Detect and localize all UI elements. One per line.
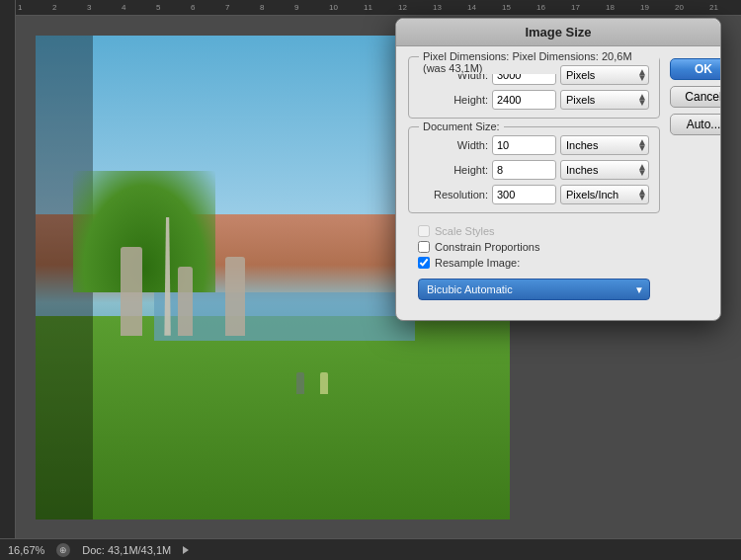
doc-width-input[interactable]: [492, 135, 556, 155]
resample-image-checkbox[interactable]: [418, 257, 430, 269]
doc-width-label: Width:: [419, 139, 488, 151]
ruler-num-20: 20: [673, 3, 707, 12]
resample-image-label: Resample Image:: [435, 257, 520, 269]
doc-height-unit-select[interactable]: Inches Pixels Centimeters Millimeters Po…: [560, 160, 649, 180]
doc-width-unit-wrapper: Inches Pixels Centimeters Millimeters Po…: [560, 135, 649, 155]
doc-width-row: Width: Inches Pixels Centimeters Millime…: [419, 135, 649, 155]
status-icon[interactable]: ⊕: [56, 543, 70, 557]
resolution-input[interactable]: [492, 185, 556, 204]
ruler-num-14: 14: [465, 3, 500, 12]
pixel-height-row: Height: Pixels Percent ▲▼: [419, 90, 649, 110]
resample-section: Bicubic Automatic Preserve Details Bicub…: [408, 277, 660, 306]
statue-1: [121, 247, 142, 336]
scene-water: [154, 292, 415, 341]
scale-styles-label: Scale Styles: [435, 225, 495, 237]
scene-grass: [36, 316, 510, 520]
zoom-level: 16,67%: [8, 544, 44, 556]
pixel-height-label: Height:: [419, 94, 488, 106]
resolution-unit-select[interactable]: Pixels/Inch Pixels/Centimeter: [560, 185, 649, 204]
scale-styles-row: Scale Styles: [418, 225, 650, 237]
ruler-num-2: 2: [50, 3, 85, 12]
resolution-unit-wrapper: Pixels/Inch Pixels/Centimeter ▲▼: [560, 185, 649, 204]
pixel-height-input[interactable]: [492, 90, 556, 110]
statue-2: [178, 267, 193, 336]
ruler-num-16: 16: [535, 3, 569, 12]
image-size-dialog: Image Size Pixel Dimensions: Pixel Dimen…: [395, 18, 721, 321]
pixel-height-unit-wrapper: Pixels Percent ▲▼: [560, 90, 649, 110]
pixel-width-unit-wrapper: Pixels Percent ▲▼: [560, 65, 649, 85]
dialog-titlebar: Image Size: [396, 19, 720, 46]
doc-height-row: Height: Inches Pixels Centimeters Millim…: [419, 160, 649, 180]
ruler-num-5: 5: [154, 3, 189, 12]
ruler-num-21: 21: [707, 3, 741, 12]
document-size-section: Document Size: Width: Inches Pixels Cent…: [408, 126, 660, 213]
status-bar: 16,67% ⊕ Doc: 43,1M/43,1M: [0, 538, 741, 560]
ruler-num-12: 12: [396, 3, 431, 12]
ruler-num-7: 7: [223, 3, 258, 12]
ruler-num-13: 13: [431, 3, 465, 12]
pixel-width-unit-select[interactable]: Pixels Percent: [560, 65, 649, 85]
cancel-button[interactable]: Cancel: [670, 86, 721, 108]
resample-method-select[interactable]: Bicubic Automatic Preserve Details Bicub…: [418, 279, 650, 300]
scene-trees: [73, 171, 215, 292]
resolution-row: Resolution: Pixels/Inch Pixels/Centimete…: [419, 185, 649, 204]
auto-button[interactable]: Auto...: [670, 114, 721, 135]
resample-select-wrapper: Bicubic Automatic Preserve Details Bicub…: [418, 279, 650, 300]
resample-image-row: Resample Image:: [418, 257, 650, 269]
ruler-num-18: 18: [604, 3, 638, 12]
resolution-label: Resolution:: [419, 189, 488, 200]
doc-height-input[interactable]: [492, 160, 556, 180]
document-size-label: Document Size:: [419, 120, 504, 132]
dialog-title: Image Size: [525, 25, 591, 40]
ruler-top: 1 2 3 4 5 6 7 8 9 10 11 12 13 14 15 16 1…: [0, 0, 741, 16]
checkboxes-section: Scale Styles Constrain Proportions Resam…: [408, 221, 660, 277]
ruler-num-19: 19: [638, 3, 673, 12]
ruler-num-6: 6: [189, 3, 223, 12]
person-1: [296, 372, 304, 394]
doc-height-label: Height:: [419, 164, 488, 176]
ruler-num-10: 10: [327, 3, 362, 12]
ruler-num-1: 1: [16, 3, 50, 12]
dialog-main: Pixel Dimensions: Pixel Dimensions: 20,6…: [408, 56, 660, 306]
ruler-num-11: 11: [362, 3, 396, 12]
statue-3: [225, 257, 245, 336]
ruler-num-9: 9: [292, 3, 327, 12]
pixel-dimensions-section: Pixel Dimensions: Pixel Dimensions: 20,6…: [408, 56, 660, 119]
person-2: [320, 372, 328, 394]
ruler-num-15: 15: [500, 3, 535, 12]
ruler-num-4: 4: [120, 3, 154, 12]
doc-height-unit-wrapper: Inches Pixels Centimeters Millimeters Po…: [560, 160, 649, 180]
ruler-num-8: 8: [258, 3, 292, 12]
ok-button[interactable]: OK: [670, 58, 721, 80]
ruler-numbers: 1 2 3 4 5 6 7 8 9 10 11 12 13 14 15 16 1…: [16, 0, 741, 15]
dialog-buttons: OK Cancel Auto...: [670, 56, 721, 306]
constrain-proportions-label: Constrain Proportions: [435, 241, 539, 253]
doc-info: Doc: 43,1M/43,1M: [82, 544, 171, 556]
pixel-height-unit-select[interactable]: Pixels Percent: [560, 90, 649, 110]
doc-width-unit-select[interactable]: Inches Pixels Centimeters Millimeters Po…: [560, 135, 649, 155]
scale-styles-checkbox[interactable]: [418, 225, 430, 237]
ruler-left: [0, 0, 16, 538]
dialog-body: Pixel Dimensions: Pixel Dimensions: 20,6…: [396, 46, 720, 320]
status-forward-arrow[interactable]: [183, 546, 189, 554]
ruler-num-17: 17: [569, 3, 604, 12]
constrain-proportions-checkbox[interactable]: [418, 241, 430, 253]
ruler-num-3: 3: [85, 3, 120, 12]
constrain-proportions-row: Constrain Proportions: [418, 241, 650, 253]
